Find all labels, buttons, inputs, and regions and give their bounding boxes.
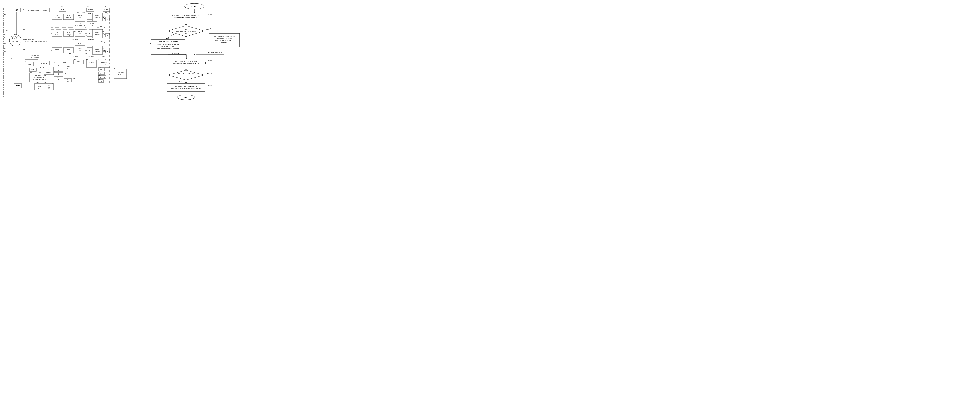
start-label: START (191, 5, 198, 8)
svg-text:26e: 26e (100, 41, 102, 43)
powermodule-label: FET + SCR POWER MODULE x3 (25, 41, 47, 43)
svg-text:FILTER: FILTER (95, 34, 100, 35)
svg-text:CAN: CAN (77, 61, 80, 62)
yes-label: YES (166, 38, 169, 39)
n12-label: 12 (4, 34, 5, 35)
inv-num: 22 (62, 6, 63, 8)
svg-text:DRV: DRV (48, 88, 50, 89)
svg-point-103 (103, 27, 105, 28)
svg-text:MOTOR: MOTOR (47, 87, 51, 88)
svg-text:28k: 28k (44, 82, 46, 83)
svg-text:LED: LED (100, 69, 103, 70)
svg-text:24a1: 24a1 (88, 13, 91, 14)
filter-num: 24 (88, 6, 89, 8)
svg-text:COM: COM (57, 64, 60, 65)
flowchart-svg: START S100 READ OUT PISTON POSITION AT L… (147, 2, 242, 100)
s100-label: S100 (208, 13, 212, 15)
svg-marker-240 (194, 54, 196, 56)
yes-s110-label: YES (179, 81, 182, 83)
svg-text:WITH STARTER-: WITH STARTER- (34, 77, 44, 78)
svg-text:22c2: 22c2 (75, 56, 78, 57)
svg-text:28j: 28j (52, 82, 54, 84)
n20-label: 20 (6, 30, 8, 32)
svg-text:CHOKE: CHOKE (37, 85, 41, 86)
svg-text:FILTER: FILTER (95, 17, 100, 19)
svg-text:28c1: 28c1 (54, 62, 57, 63)
svg-text:22a1: 22a1 (76, 11, 80, 13)
svg-text:CPU: CPU (78, 17, 81, 19)
svg-text:28d: 28d (39, 67, 41, 68)
svg-text:PREDETERMINED INCREMENT: PREDETERMINED INCREMENT (157, 48, 179, 49)
svg-rect-68 (75, 46, 85, 53)
flowchart: START S100 READ OUT PISTON POSITION AT L… (147, 2, 242, 101)
svg-rect-29 (92, 13, 102, 21)
svg-text:KEYSW: KEYSW (100, 77, 105, 78)
torque-up-label: TORQUE-UP (170, 53, 179, 54)
svg-text:U: U (107, 18, 108, 20)
svg-text:26f: 26f (100, 26, 102, 27)
svg-text:PLS: PLS (48, 70, 50, 72)
svg-text:FET: FET (67, 32, 70, 33)
svg-text:VALUE FOR DRIVING STARTER-: VALUE FOR DRIVING STARTER- (157, 43, 179, 45)
svg-text:24c2: 24c2 (91, 56, 94, 57)
svg-text:LCD: LCD (100, 73, 103, 74)
svg-text:MOTOR: MOTOR (37, 86, 41, 88)
divided-label: DIVIDED INTO 3 SYSTEMS (28, 9, 46, 11)
n12c-label: 12c (4, 37, 6, 39)
svg-text:GENERATOR BY A: GENERATOR BY A (161, 45, 174, 47)
svg-text:24c: 24c (85, 53, 87, 54)
svg-rect-36 (87, 22, 97, 28)
svg-text:PANEL: PANEL (102, 64, 107, 65)
svg-text:SCR/DI: SCR/DI (55, 15, 59, 16)
svg-text:SET INITIAL CURRENT VALUE: SET INITIAL CURRENT VALUE (214, 35, 235, 37)
circuit-svg: ALT 16 10 M M 20 12 12c 12b 12a 12e 12d … (2, 2, 143, 100)
svg-text:x3: x3 (91, 25, 93, 27)
svg-marker-248 (168, 70, 204, 80)
svg-text:FET: FET (67, 15, 70, 16)
svg-rect-73 (92, 46, 102, 54)
n12e-label: 12e (4, 48, 6, 49)
svg-text:IGN: IGN (67, 79, 69, 80)
ecu-label: ECU (28, 63, 31, 65)
svg-text:BRIDGE: BRIDGE (66, 50, 71, 52)
s100-text1: READ OUT PISTON POSITION AT LAST (172, 15, 200, 16)
no-s110-label: NO (207, 73, 210, 75)
n10-label: 10 (4, 13, 6, 15)
svg-rect-18 (75, 13, 85, 21)
svg-text:FILTER: FILTER (95, 51, 100, 52)
svg-text:22b1: 22b1 (72, 39, 75, 40)
svg-text:SCR/DI: SCR/DI (55, 32, 59, 33)
svg-text:22c1: 22c1 (72, 56, 75, 57)
svg-text:26c: 26c (102, 48, 105, 49)
svg-text:PASS TH ROUGH TDC: PASS TH ROUGH TDC (178, 73, 194, 75)
svg-text:CPU: CPU (78, 50, 81, 51)
tdc-label: TDC (31, 69, 35, 70)
svg-text:28b: 28b (73, 59, 76, 60)
svg-marker-214 (193, 12, 196, 13)
svg-rect-52 (92, 29, 102, 38)
svg-text:M: M (13, 39, 14, 41)
n18c-label: 18c (23, 49, 25, 51)
svg-text:GENERATOR AT NORMAL: GENERATOR AT NORMAL (215, 40, 233, 41)
svg-text:30b: 30b (98, 67, 100, 68)
svg-marker-225 (216, 30, 218, 32)
svg-text:22d: 22d (74, 31, 76, 33)
svg-text:LC: LC (89, 50, 90, 51)
svg-text:30d: 30d (98, 75, 100, 76)
svg-text:NOISE: NOISE (95, 49, 100, 50)
svg-point-100 (103, 18, 105, 19)
svg-text:28g: 28g (54, 71, 56, 73)
svg-point-101 (103, 34, 105, 35)
svg-text:SCR/DI: SCR/DI (55, 48, 59, 50)
svg-text:30c: 30c (98, 70, 100, 72)
svg-point-102 (103, 50, 105, 51)
svg-text:NE: NE (48, 69, 50, 70)
svg-text:26b: 26b (102, 31, 105, 33)
svg-text:BRIDGE: BRIDGE (66, 17, 71, 18)
svg-text:FOR DRIVING STARTER-: FOR DRIVING STARTER- (216, 38, 233, 40)
svg-text:24b1: 24b1 (88, 39, 91, 40)
page-container: ALT 16 10 M M 20 12 12c 12b 12a 12e 12d … (0, 0, 245, 103)
svg-text:CAN BUS: CAN BUS (77, 43, 83, 45)
svg-marker-247 (185, 69, 187, 70)
svg-text:STEP: STEP (47, 85, 51, 86)
